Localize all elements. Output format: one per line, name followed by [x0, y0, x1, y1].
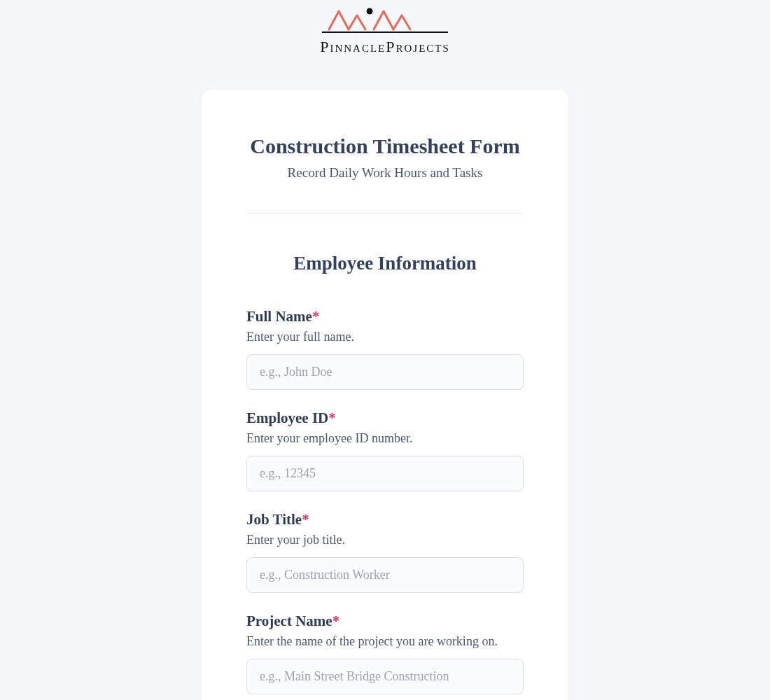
- project-name-input[interactable]: [246, 659, 524, 694]
- description-employee-id: Enter your employee ID number.: [246, 431, 524, 446]
- required-marker: *: [328, 410, 336, 426]
- field-full-name: Full Name* Enter your full name.: [246, 308, 524, 390]
- employee-id-input[interactable]: [246, 456, 524, 491]
- page-root: PinnacleProjects Construction Timesheet …: [0, 0, 770, 700]
- field-project-name: Project Name* Enter the name of the proj…: [246, 612, 524, 694]
- section-title-employee-info: Employee Information: [246, 253, 524, 274]
- form-subtitle: Record Daily Work Hours and Tasks: [246, 165, 524, 181]
- label-text: Employee ID: [246, 410, 328, 426]
- description-full-name: Enter your full name.: [246, 330, 524, 344]
- job-title-input[interactable]: [246, 557, 524, 593]
- brand-name: PinnacleProjects: [320, 38, 450, 56]
- label-full-name: Full Name*: [246, 308, 524, 326]
- label-project-name: Project Name*: [246, 612, 524, 630]
- mountain-peaks-icon: [308, 6, 462, 34]
- label-employee-id: Employee ID*: [246, 410, 524, 427]
- field-job-title: Job Title* Enter your job title.: [246, 511, 524, 593]
- required-marker: *: [312, 308, 320, 325]
- required-marker: *: [332, 612, 340, 629]
- field-employee-id: Employee ID* Enter your employee ID numb…: [246, 410, 524, 491]
- description-job-title: Enter your job title.: [246, 533, 524, 547]
- divider: [246, 213, 524, 214]
- label-text: Job Title: [246, 511, 302, 528]
- required-marker: *: [302, 511, 309, 528]
- description-project-name: Enter the name of the project you are wo…: [246, 634, 524, 649]
- full-name-input[interactable]: [246, 354, 524, 390]
- label-job-title: Job Title*: [246, 511, 524, 528]
- brand-logo: PinnacleProjects: [308, 6, 462, 56]
- label-text: Full Name: [246, 308, 312, 325]
- form-card: Construction Timesheet Form Record Daily…: [202, 90, 568, 700]
- svg-point-0: [367, 8, 373, 15]
- form-title: Construction Timesheet Form: [246, 134, 524, 158]
- label-text: Project Name: [246, 612, 332, 629]
